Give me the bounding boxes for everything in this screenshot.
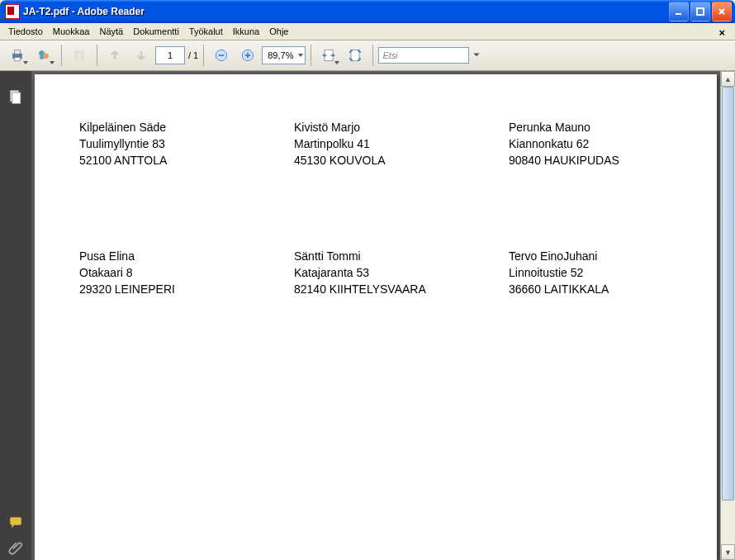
- address-street: Martinpolku 41: [294, 135, 509, 152]
- toolbar: / 1 89,7% Etsi: [0, 40, 735, 71]
- address-name: Säntti Tommi: [294, 248, 509, 264]
- comments-panel-button[interactable]: [5, 510, 26, 535]
- app-window: JA-T2.pdf - Adobe Reader Tiedosto Muokka…: [0, 0, 735, 560]
- svg-rect-18: [12, 93, 21, 103]
- title-app: Adobe Reader: [78, 6, 145, 17]
- menu-file[interactable]: Tiedosto: [3, 25, 48, 38]
- title-doc: JA-T2.pdf: [23, 6, 69, 17]
- scroll-down-button[interactable]: ▼: [721, 544, 735, 560]
- menu-tools[interactable]: Työkalut: [184, 25, 228, 38]
- pages-thumb-button[interactable]: [67, 43, 92, 68]
- address-name: Kilpeläinen Säde: [79, 119, 294, 135]
- address-street: Tuulimyllyntie 83: [79, 135, 294, 152]
- svg-point-7: [40, 55, 44, 59]
- page-indicator: / 1: [155, 46, 198, 64]
- content-area: Kilpeläinen SädeTuulimyllyntie 8352100 A…: [0, 71, 735, 560]
- close-button[interactable]: [712, 2, 732, 21]
- fit-width-button[interactable]: [316, 43, 341, 68]
- print-button[interactable]: [5, 43, 30, 68]
- zoom-out-button[interactable]: [209, 43, 234, 68]
- svg-rect-16: [351, 50, 359, 60]
- search-dropdown[interactable]: [471, 43, 482, 68]
- address-city: 52100 ANTTOLA: [79, 152, 294, 168]
- fit-page-button[interactable]: [343, 43, 368, 68]
- scroll-thumb[interactable]: [722, 87, 734, 501]
- address-name: Kivistö Marjo: [294, 119, 509, 135]
- address-grid: Kilpeläinen SädeTuulimyllyntie 8352100 A…: [35, 119, 717, 297]
- address-entry: Tervo EinoJuhaniLinnoitustie 5236660 LAI…: [509, 248, 723, 297]
- titlebar[interactable]: JA-T2.pdf - Adobe Reader: [0, 0, 735, 23]
- collaborate-button[interactable]: [31, 43, 56, 68]
- separator: [61, 45, 62, 66]
- attachments-panel-button[interactable]: [5, 535, 26, 560]
- svg-rect-14: [247, 53, 249, 59]
- prev-page-button[interactable]: [102, 43, 127, 68]
- address-street: Otakaari 8: [79, 264, 294, 281]
- menubar: Tiedosto Muokkaa Näytä Dokumentti Työkal…: [0, 23, 735, 40]
- svg-point-6: [43, 54, 49, 59]
- address-city: 29320 LEINEPERI: [79, 281, 294, 297]
- pages-panel-button[interactable]: [5, 84, 26, 109]
- address-entry: Perunka MaunoKiannonkatu 6290840 HAUKIPU…: [509, 119, 723, 168]
- minimize-button[interactable]: [669, 2, 689, 21]
- svg-rect-0: [676, 13, 681, 15]
- svg-rect-1: [697, 8, 704, 15]
- menu-document[interactable]: Dokumentti: [128, 25, 184, 38]
- menu-help[interactable]: Ohje: [264, 25, 293, 38]
- address-entry: Pusa ElinaOtakaari 829320 LEINEPERI: [79, 248, 294, 297]
- zoom-select[interactable]: 89,7%: [262, 46, 306, 64]
- svg-rect-4: [15, 58, 21, 61]
- address-city: 36660 LAITIKKALA: [509, 281, 723, 297]
- address-city: 45130 KOUVOLA: [294, 152, 509, 168]
- address-city: 90840 HAUKIPUDAS: [509, 152, 723, 168]
- menu-close-icon[interactable]: ×: [714, 25, 730, 40]
- zoom-in-button[interactable]: [235, 43, 260, 68]
- address-street: Katajaranta 53: [294, 264, 509, 281]
- address-name: Perunka Mauno: [509, 119, 723, 135]
- search-placeholder: Etsi: [382, 50, 397, 60]
- maximize-button[interactable]: [690, 2, 710, 21]
- separator: [97, 45, 97, 66]
- menu-edit[interactable]: Muokkaa: [48, 25, 95, 38]
- window-controls: [669, 2, 732, 21]
- svg-rect-3: [15, 50, 21, 54]
- address-entry: Säntti TommiKatajaranta 5382140 KIIHTELY…: [294, 248, 509, 297]
- address-street: Linnoitustie 52: [509, 264, 723, 281]
- address-entry: Kilpeläinen SädeTuulimyllyntie 8352100 A…: [79, 119, 294, 168]
- menu-view[interactable]: Näytä: [94, 25, 128, 38]
- menu-window[interactable]: Ikkuna: [228, 25, 264, 38]
- svg-rect-9: [80, 50, 84, 60]
- next-page-button[interactable]: [129, 43, 154, 68]
- address-street: Kiannonkatu 62: [509, 135, 723, 152]
- address-name: Pusa Elina: [79, 248, 294, 264]
- zoom-value: 89,7%: [268, 50, 293, 60]
- svg-rect-8: [74, 50, 78, 60]
- page-input[interactable]: [155, 46, 185, 64]
- separator: [311, 45, 311, 66]
- svg-rect-11: [219, 55, 225, 56]
- window-title: JA-T2.pdf - Adobe Reader: [23, 6, 669, 17]
- document-viewport[interactable]: Kilpeläinen SädeTuulimyllyntie 8352100 A…: [31, 71, 735, 560]
- pdf-icon: [5, 4, 20, 19]
- pdf-page: Kilpeläinen SädeTuulimyllyntie 8352100 A…: [35, 74, 717, 560]
- scroll-up-button[interactable]: ▲: [721, 71, 735, 87]
- nav-sidebar: [0, 71, 31, 560]
- address-name: Tervo EinoJuhani: [509, 248, 723, 264]
- separator: [372, 45, 373, 66]
- address-city: 82140 KIIHTELYSVAARA: [294, 281, 509, 297]
- scroll-track[interactable]: [721, 87, 735, 544]
- page-total: / 1: [188, 50, 198, 60]
- vertical-scrollbar[interactable]: ▲ ▼: [720, 71, 735, 560]
- address-entry: Kivistö MarjoMartinpolku 4145130 KOUVOLA: [294, 119, 509, 168]
- separator: [203, 45, 204, 66]
- search-input[interactable]: Etsi: [378, 47, 469, 64]
